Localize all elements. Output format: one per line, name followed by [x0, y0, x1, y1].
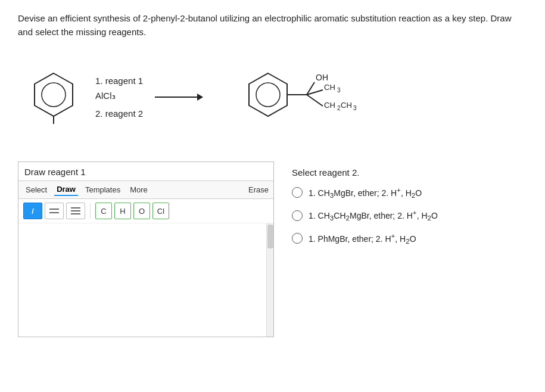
svg-text:CH: CH — [324, 101, 335, 110]
draw-panel: Draw reagent 1 Select Draw Templates Mor… — [18, 161, 274, 337]
bottom-panels: Draw reagent 1 Select Draw Templates Mor… — [18, 161, 527, 337]
element-cl[interactable]: Cl — [152, 203, 169, 219]
scrollbar-thumb[interactable] — [267, 225, 273, 248]
single-bond-tool[interactable]: / — [23, 203, 42, 219]
select-panel-title: Select reagent 2. — [292, 167, 527, 178]
svg-point-4 — [256, 83, 280, 107]
draw-scrollbar[interactable] — [266, 223, 273, 337]
draw-toolbar: Select Draw Templates More Erase — [18, 181, 273, 199]
toolbar-separator — [90, 203, 91, 219]
svg-text:3: 3 — [337, 87, 341, 94]
tab-select[interactable]: Select — [23, 184, 49, 195]
element-c[interactable]: C — [95, 203, 112, 219]
erase-button[interactable]: Erase — [248, 185, 269, 194]
triple-bond-tool[interactable] — [66, 203, 85, 219]
select-panel: Select reagent 2. 1. CH3MgBr, ether; 2. … — [286, 161, 527, 254]
reagent2-option-1[interactable]: 1. CH3MgBr, ether; 2. H+, H2O — [292, 186, 527, 199]
reactant-benzene — [30, 70, 77, 124]
product-structure: OH CH 3 CH 2 CH 3 — [220, 49, 387, 145]
question-text: Devise an efficient synthesis of 2-pheny… — [18, 12, 527, 39]
svg-marker-3 — [249, 73, 287, 116]
product-svg: OH CH 3 CH 2 CH 3 — [220, 49, 387, 145]
svg-text:3: 3 — [353, 105, 357, 111]
svg-line-11 — [307, 95, 323, 106]
svg-point-1 — [42, 83, 66, 107]
element-h[interactable]: H — [114, 203, 131, 219]
svg-marker-0 — [35, 73, 73, 116]
double-bond-tool[interactable] — [45, 203, 64, 219]
tab-templates[interactable]: Templates — [83, 184, 123, 195]
reaction-arrow — [155, 97, 203, 98]
tab-more[interactable]: More — [127, 184, 150, 195]
svg-text:CH: CH — [324, 83, 335, 92]
element-o[interactable]: O — [133, 203, 150, 219]
svg-text:CH: CH — [341, 101, 352, 110]
radio-circle-1 — [292, 187, 303, 198]
draw-canvas[interactable] — [18, 223, 273, 337]
radio-circle-3 — [292, 233, 303, 244]
draw-tools-row: / C H O Cl — [18, 199, 273, 223]
reagent-labels: 1. reagent 1 AlCl₃ 2. reagent 2 — [95, 73, 143, 122]
svg-text:OH: OH — [316, 73, 328, 82]
tab-draw[interactable]: Draw — [54, 183, 78, 196]
reagent2-option-3[interactable]: 1. PhMgBr, ether; 2. H+, H2O — [292, 232, 527, 245]
reaction-diagram: 1. reagent 1 AlCl₃ 2. reagent 2 OH CH 3 … — [18, 49, 527, 145]
reagent2-option-2[interactable]: 1. CH3CH2MgBr, ether; 2. H+, H2O — [292, 209, 527, 222]
draw-panel-title: Draw reagent 1 — [18, 162, 273, 181]
radio-circle-2 — [292, 210, 303, 221]
